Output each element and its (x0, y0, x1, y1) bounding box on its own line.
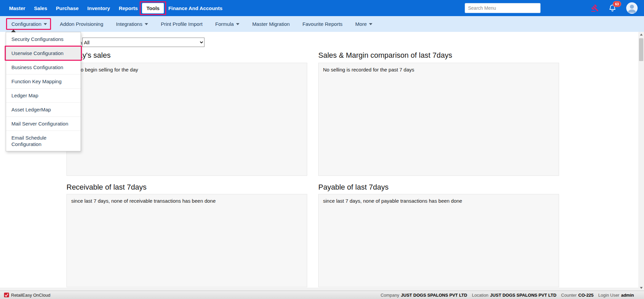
notification-count-badge: 63 (613, 1, 621, 7)
subnav-item-label: Favourite Reports (303, 21, 342, 27)
app-screen: Master Sales Purchase Inventory Reports … (0, 0, 644, 299)
card-title-payable: Payable of last 7days (318, 183, 388, 192)
subnav-item-print-profile-import[interactable]: Print Profile Import (161, 21, 202, 27)
menu-item-security-configurations[interactable]: Security Configurations (6, 32, 81, 46)
login-user-value: admin (621, 293, 634, 298)
menu-item-userwise-configuration[interactable]: Userwise Configuration (6, 46, 81, 60)
configuration-dropdown-menu: Security Configurations Userwise Configu… (6, 32, 81, 151)
brand: RetailEasy OnCloud (4, 293, 50, 298)
chevron-down-icon (44, 23, 47, 25)
subnav-item-label: Master Migration (252, 21, 290, 27)
vertical-scrollbar-thumb[interactable] (639, 38, 643, 61)
topnav-item-inventory[interactable]: Inventory (83, 3, 114, 13)
search-input[interactable] (465, 3, 541, 13)
topnav-item-finance-and-accounts[interactable]: Finance And Accounts (164, 3, 227, 13)
menu-item-asset-ledgermap[interactable]: Asset LedgerMap (6, 103, 81, 117)
card-empty-message: since last 7 days, none of receivable tr… (67, 194, 307, 207)
subnav-item-label: Print Profile Import (161, 21, 202, 27)
top-navigation-bar: Master Sales Purchase Inventory Reports … (0, 0, 644, 16)
card-empty-message: since last 7 days, none of payable trans… (319, 194, 559, 207)
subnav-item-favourite-reports[interactable]: Favourite Reports (303, 21, 342, 27)
menu-item-function-key-mapping[interactable]: Function Key Mapping (6, 74, 81, 89)
topnav-item-tools-label: Tools (146, 5, 159, 11)
topnav-item-purchase[interactable]: Purchase (52, 3, 83, 13)
location-label: Location (472, 293, 488, 298)
card-payable: since last 7 days, none of payable trans… (318, 194, 559, 287)
tools-sub-navigation-bar: Configuration Addon Provisioning Integra… (0, 16, 644, 32)
scroll-up-arrow-icon[interactable] (638, 32, 644, 37)
horizontal-scrollbar[interactable] (0, 288, 638, 291)
menu-item-userwise-configuration-label: Userwise Configuration (11, 50, 63, 56)
company-label: Company (380, 293, 399, 298)
card-title-receivable: Receivable of last 7days (66, 183, 146, 192)
chevron-down-icon (369, 23, 372, 25)
subnav-item-label: Formula (215, 21, 234, 27)
company-info: Company JUST DOGS SPALONS PVT LTD (380, 293, 467, 298)
card-receivable: since last 7 days, none of receivable tr… (66, 194, 307, 287)
counter-info: Counter CO-225 (561, 293, 594, 298)
subnav-item-label: Integrations (116, 21, 142, 27)
login-user-label: Login User (598, 293, 619, 298)
menu-search (465, 3, 541, 13)
subnav-item-more[interactable]: More (355, 21, 372, 27)
topnav-item-reports[interactable]: Reports (114, 3, 142, 13)
subnav-item-configuration[interactable]: Configuration (11, 21, 47, 27)
subnav-item-configuration-label: Configuration (11, 21, 41, 27)
branch-select[interactable]: All (82, 38, 204, 47)
card-empty-message: No selling is recorded for the past 7 da… (319, 63, 559, 76)
card-empty-message: Bill to begin selling for the day (67, 63, 307, 76)
brand-logo-icon (4, 293, 9, 297)
subnav-item-integrations[interactable]: Integrations (116, 21, 148, 27)
menu-item-mail-server-configuration[interactable]: Mail Server Configuration (6, 117, 81, 131)
location-value: JUST DOGS SPALONS PVT LTD (490, 293, 556, 298)
topnav-item-sales[interactable]: Sales (30, 3, 51, 13)
topnav-item-tools[interactable]: Tools (142, 3, 164, 13)
vertical-scrollbar[interactable] (638, 32, 644, 291)
chevron-down-icon (145, 23, 148, 25)
scroll-down-arrow-icon[interactable] (638, 285, 644, 291)
subnav-item-label: Addon Provisioning (60, 21, 103, 27)
gavel-icon[interactable] (591, 4, 599, 12)
topnav-item-master[interactable]: Master (5, 3, 30, 13)
notifications-bell-icon[interactable]: 63 (608, 4, 616, 12)
login-user-info: Login User admin (598, 293, 634, 298)
card-sales-margin-comparison: No selling is recorded for the past 7 da… (318, 63, 559, 176)
subnav-item-label: More (355, 21, 367, 27)
menu-item-email-schedule-configuration[interactable]: Email Schedule Configuration (6, 131, 81, 151)
status-bar: RetailEasy OnCloud Company JUST DOGS SPA… (0, 291, 644, 299)
chevron-down-icon (236, 23, 239, 25)
location-info: Location JUST DOGS SPALONS PVT LTD (472, 293, 556, 298)
subnav-item-master-migration[interactable]: Master Migration (252, 21, 290, 27)
subnav-item-addon-provisioning[interactable]: Addon Provisioning (60, 21, 103, 27)
menu-item-ledger-map[interactable]: Ledger Map (6, 89, 81, 103)
card-title-sales-margin-comparison: Sales & Margin comparison of last 7days (318, 51, 452, 60)
subnav-item-formula[interactable]: Formula (215, 21, 239, 27)
menu-pointer-icon (11, 30, 16, 32)
topbar-icons: 63 (591, 2, 639, 14)
counter-label: Counter (561, 293, 577, 298)
company-value: JUST DOGS SPALONS PVT LTD (401, 293, 467, 298)
counter-value: CO-225 (578, 293, 594, 298)
user-avatar[interactable] (626, 2, 638, 14)
brand-name: RetailEasy OnCloud (11, 293, 50, 298)
session-info: Company JUST DOGS SPALONS PVT LTD Locati… (380, 293, 640, 298)
card-todays-sales: Bill to begin selling for the day (66, 63, 307, 176)
menu-item-business-configuration[interactable]: Business Configuration (6, 60, 81, 74)
